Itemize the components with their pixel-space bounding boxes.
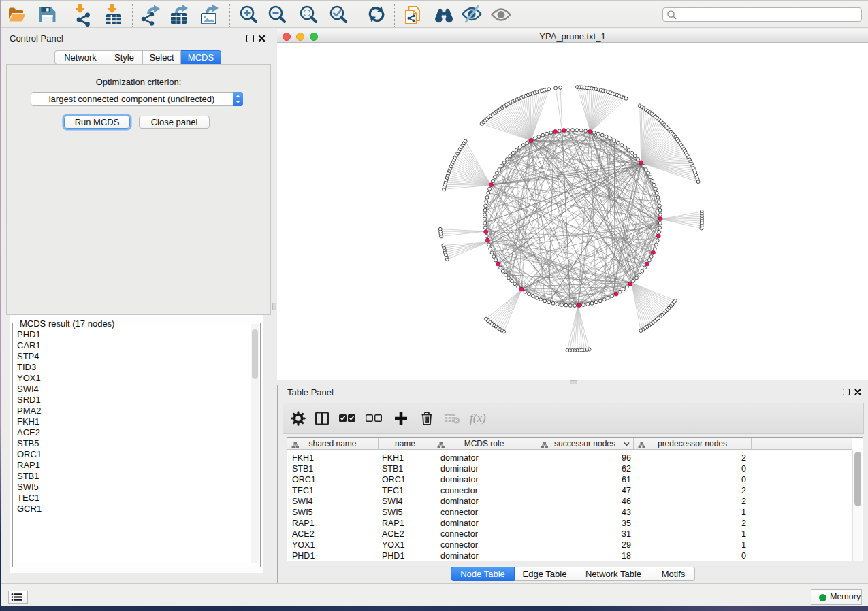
svg-text:f(x): f(x) (470, 412, 486, 425)
